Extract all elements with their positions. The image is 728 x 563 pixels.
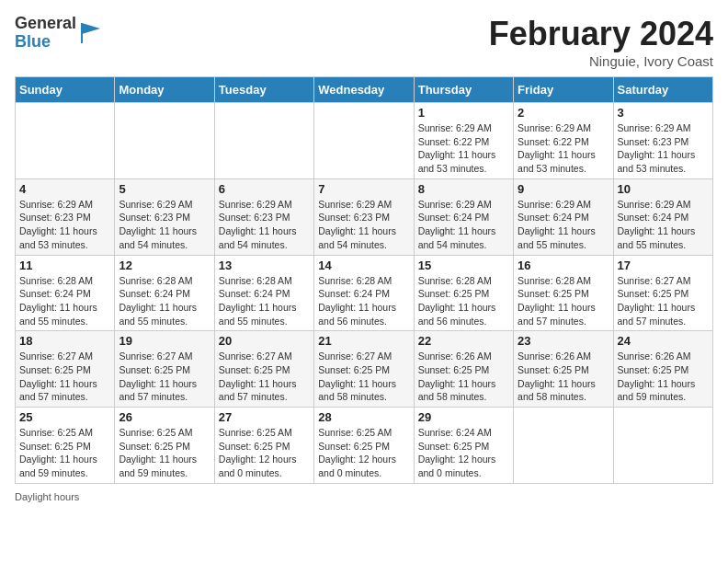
- calendar-cell: 9Sunrise: 6:29 AMSunset: 6:24 PMDaylight…: [514, 178, 613, 255]
- day-number: 12: [119, 259, 210, 272]
- title-area: February 2024 Ninguie, Ivory Coast: [489, 15, 713, 69]
- day-info: Sunrise: 6:29 AMSunset: 6:23 PMDaylight:…: [19, 198, 110, 252]
- calendar-header-row: SundayMondayTuesdayWednesdayThursdayFrid…: [16, 77, 713, 103]
- calendar-cell: [514, 408, 613, 484]
- calendar-cell: 19Sunrise: 6:27 AMSunset: 6:25 PMDayligh…: [115, 331, 214, 408]
- day-number: 18: [19, 334, 110, 348]
- calendar-cell: 23Sunrise: 6:26 AMSunset: 6:25 PMDayligh…: [514, 331, 613, 408]
- calendar-cell: 22Sunrise: 6:26 AMSunset: 6:25 PMDayligh…: [414, 331, 513, 408]
- day-number: 6: [219, 182, 310, 196]
- day-number: 27: [219, 410, 310, 424]
- calendar-cell: [613, 408, 712, 484]
- calendar-cell: 24Sunrise: 6:26 AMSunset: 6:25 PMDayligh…: [613, 331, 712, 408]
- calendar-cell: [314, 103, 414, 179]
- logo-general-text: General: [15, 15, 76, 33]
- calendar-cell: 17Sunrise: 6:27 AMSunset: 6:25 PMDayligh…: [613, 255, 712, 331]
- calendar-cell: [214, 103, 313, 179]
- day-of-week-header: Friday: [514, 77, 613, 103]
- day-number: 15: [418, 259, 509, 272]
- day-info: Sunrise: 6:25 AMSunset: 6:25 PMDaylight:…: [119, 426, 210, 480]
- calendar-cell: 16Sunrise: 6:28 AMSunset: 6:25 PMDayligh…: [514, 255, 613, 331]
- calendar-cell: 25Sunrise: 6:25 AMSunset: 6:25 PMDayligh…: [16, 408, 115, 484]
- day-info: Sunrise: 6:29 AMSunset: 6:23 PMDaylight:…: [618, 121, 709, 176]
- calendar-cell: 2Sunrise: 6:29 AMSunset: 6:22 PMDaylight…: [514, 103, 613, 179]
- calendar-week-row: 1Sunrise: 6:29 AMSunset: 6:22 PMDaylight…: [16, 103, 713, 179]
- day-info: Sunrise: 6:25 AMSunset: 6:25 PMDaylight:…: [219, 426, 310, 480]
- calendar-cell: 10Sunrise: 6:29 AMSunset: 6:24 PMDayligh…: [613, 178, 712, 255]
- day-info: Sunrise: 6:29 AMSunset: 6:22 PMDaylight:…: [418, 121, 509, 176]
- day-number: 25: [19, 410, 110, 424]
- calendar-cell: 11Sunrise: 6:28 AMSunset: 6:24 PMDayligh…: [16, 255, 115, 331]
- calendar-cell: 26Sunrise: 6:25 AMSunset: 6:25 PMDayligh…: [115, 408, 214, 484]
- calendar-cell: 29Sunrise: 6:24 AMSunset: 6:25 PMDayligh…: [414, 408, 513, 484]
- day-number: 26: [119, 410, 210, 424]
- day-number: 9: [518, 182, 609, 196]
- day-info: Sunrise: 6:24 AMSunset: 6:25 PMDaylight:…: [418, 426, 509, 480]
- day-number: 28: [318, 410, 409, 424]
- calendar-cell: 28Sunrise: 6:25 AMSunset: 6:25 PMDayligh…: [314, 408, 414, 484]
- calendar-table: SundayMondayTuesdayWednesdayThursdayFrid…: [15, 76, 713, 484]
- day-number: 16: [518, 259, 609, 272]
- logo-blue-text: Blue: [15, 33, 76, 52]
- calendar-week-row: 11Sunrise: 6:28 AMSunset: 6:24 PMDayligh…: [16, 255, 713, 331]
- day-info: Sunrise: 6:28 AMSunset: 6:24 PMDaylight:…: [19, 274, 110, 328]
- calendar-cell: 15Sunrise: 6:28 AMSunset: 6:25 PMDayligh…: [414, 255, 513, 331]
- calendar-cell: 4Sunrise: 6:29 AMSunset: 6:23 PMDaylight…: [16, 178, 115, 255]
- day-number: 3: [618, 106, 709, 120]
- day-number: 23: [518, 334, 609, 348]
- calendar-cell: 21Sunrise: 6:27 AMSunset: 6:25 PMDayligh…: [314, 331, 414, 408]
- day-number: 13: [219, 259, 310, 272]
- day-info: Sunrise: 6:28 AMSunset: 6:24 PMDaylight:…: [219, 274, 310, 328]
- day-number: 11: [19, 259, 110, 272]
- logo: General Blue: [15, 15, 104, 52]
- day-info: Sunrise: 6:27 AMSunset: 6:25 PMDaylight:…: [219, 350, 310, 404]
- calendar-cell: 13Sunrise: 6:28 AMSunset: 6:24 PMDayligh…: [214, 255, 313, 331]
- day-info: Sunrise: 6:29 AMSunset: 6:23 PMDaylight:…: [219, 198, 310, 252]
- calendar-week-row: 4Sunrise: 6:29 AMSunset: 6:23 PMDaylight…: [16, 178, 713, 255]
- svg-marker-0: [82, 23, 100, 34]
- day-info: Sunrise: 6:28 AMSunset: 6:25 PMDaylight:…: [518, 274, 609, 328]
- day-number: 1: [418, 106, 509, 120]
- day-of-week-header: Monday: [115, 77, 214, 103]
- month-year: February 2024: [489, 15, 713, 53]
- calendar-week-row: 25Sunrise: 6:25 AMSunset: 6:25 PMDayligh…: [16, 408, 713, 484]
- day-info: Sunrise: 6:29 AMSunset: 6:24 PMDaylight:…: [518, 198, 609, 252]
- day-of-week-header: Thursday: [414, 77, 513, 103]
- day-info: Sunrise: 6:28 AMSunset: 6:24 PMDaylight:…: [318, 274, 409, 328]
- day-number: 21: [318, 334, 409, 348]
- calendar-cell: 14Sunrise: 6:28 AMSunset: 6:24 PMDayligh…: [314, 255, 414, 331]
- calendar-cell: 6Sunrise: 6:29 AMSunset: 6:23 PMDaylight…: [214, 178, 313, 255]
- day-number: 8: [418, 182, 509, 196]
- day-info: Sunrise: 6:26 AMSunset: 6:25 PMDaylight:…: [618, 350, 709, 404]
- calendar-week-row: 18Sunrise: 6:27 AMSunset: 6:25 PMDayligh…: [16, 331, 713, 408]
- day-info: Sunrise: 6:29 AMSunset: 6:24 PMDaylight:…: [418, 198, 509, 252]
- day-of-week-header: Sunday: [16, 77, 115, 103]
- day-info: Sunrise: 6:28 AMSunset: 6:25 PMDaylight:…: [418, 274, 509, 328]
- calendar-cell: 8Sunrise: 6:29 AMSunset: 6:24 PMDaylight…: [414, 178, 513, 255]
- day-info: Sunrise: 6:29 AMSunset: 6:23 PMDaylight:…: [318, 198, 409, 252]
- location: Ninguie, Ivory Coast: [489, 53, 713, 69]
- logo-flag-icon: [78, 19, 104, 45]
- day-info: Sunrise: 6:29 AMSunset: 6:23 PMDaylight:…: [119, 198, 210, 252]
- day-number: 22: [418, 334, 509, 348]
- day-number: 29: [418, 410, 509, 424]
- day-number: 24: [618, 334, 709, 348]
- calendar-cell: [16, 103, 115, 179]
- header: General Blue February 2024 Ninguie, Ivor…: [15, 15, 713, 69]
- day-info: Sunrise: 6:27 AMSunset: 6:25 PMDaylight:…: [119, 350, 210, 404]
- calendar-cell: [115, 103, 214, 179]
- day-number: 20: [219, 334, 310, 348]
- day-number: 4: [19, 182, 110, 196]
- calendar-cell: 7Sunrise: 6:29 AMSunset: 6:23 PMDaylight…: [314, 178, 414, 255]
- day-of-week-header: Tuesday: [214, 77, 313, 103]
- calendar-cell: 20Sunrise: 6:27 AMSunset: 6:25 PMDayligh…: [214, 331, 313, 408]
- day-info: Sunrise: 6:26 AMSunset: 6:25 PMDaylight:…: [518, 350, 609, 404]
- day-info: Sunrise: 6:29 AMSunset: 6:22 PMDaylight:…: [518, 121, 609, 176]
- calendar-cell: 5Sunrise: 6:29 AMSunset: 6:23 PMDaylight…: [115, 178, 214, 255]
- day-info: Sunrise: 6:26 AMSunset: 6:25 PMDaylight:…: [418, 350, 509, 404]
- day-info: Sunrise: 6:25 AMSunset: 6:25 PMDaylight:…: [318, 426, 409, 480]
- calendar-cell: 12Sunrise: 6:28 AMSunset: 6:24 PMDayligh…: [115, 255, 214, 331]
- day-number: 2: [518, 106, 609, 120]
- day-info: Sunrise: 6:27 AMSunset: 6:25 PMDaylight:…: [318, 350, 409, 404]
- calendar-cell: 18Sunrise: 6:27 AMSunset: 6:25 PMDayligh…: [16, 331, 115, 408]
